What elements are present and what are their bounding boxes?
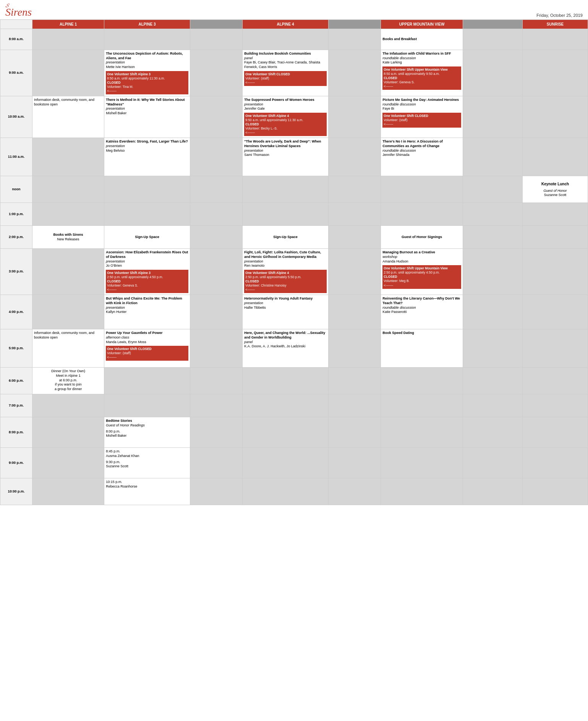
- time-1pm: 1:00 p.m.: [0, 203, 32, 226]
- cell-noon-gap1: [190, 176, 243, 203]
- time-6pm: 6:00 p.m.: [0, 368, 32, 394]
- cell-10am-alpine3: There is Method in It: Why We Tell Stori…: [104, 96, 190, 138]
- volunteer-10am-umv: One Volunteer Shift CLOSED Volunteer: (s…: [382, 113, 461, 128]
- cell-8pm-gap2: [328, 417, 381, 448]
- col-header-alpine1: ALPINE 1: [32, 20, 104, 29]
- cell-8pm-alpine4: [243, 417, 328, 448]
- cell-5pm-gap2: [328, 329, 381, 368]
- row-9am: 9:00 a.m. The Unconscious Depiction of A…: [0, 50, 588, 96]
- time-8pm: 8:00 p.m.: [0, 417, 32, 448]
- cell-4pm-alpine4: Heteronormativity in Young Adult Fantasy…: [243, 295, 328, 329]
- cell-noon-alpine1: [32, 176, 104, 203]
- cell-3pm-alpine1: [32, 249, 104, 295]
- cell-8am-sunrise: [523, 29, 588, 50]
- cell-2pm-gap1: [190, 226, 243, 249]
- cell-8pm-gap1: [190, 417, 243, 448]
- col-header-alpine3: ALPINE 3: [104, 20, 190, 29]
- event-katniss: Katniss Everdeen: Strong, Fast, Larger T…: [106, 139, 188, 153]
- cell-9pm-gap3: [463, 448, 522, 478]
- row-11am: 11:00 a.m. Katniss Everdeen: Strong, Fas…: [0, 138, 588, 176]
- time-4pm: 4:00 p.m.: [0, 295, 32, 329]
- cell-noon-sunrise: Keynote Lunch Guest of Honor Suzanne Sco…: [523, 176, 588, 203]
- cell-6pm-gap2: [328, 368, 381, 394]
- cell-8am-gap1: [190, 29, 243, 50]
- row-9pm: 9:00 p.m. 8:45 p.m. Ausma Zehanat Khan 9…: [0, 448, 588, 478]
- cell-6pm-umv: [381, 368, 463, 394]
- cell-8pm-alpine1: [32, 417, 104, 448]
- cell-4pm-gap3: [463, 295, 522, 329]
- col-header-umv: UPPER MOUNTAIN VIEW: [381, 20, 463, 29]
- cell-10pm-gap1: [190, 478, 243, 505]
- cell-5pm-umv: Book Speed Dating: [381, 329, 463, 368]
- event-ascension: Ascension: How Elizabeth Frankenstein Ri…: [106, 250, 188, 268]
- cell-4pm-gap2: [328, 295, 381, 329]
- time-2pm: 2:00 p.m.: [0, 226, 32, 249]
- cell-6pm-alpine1: Dinner (On Your Own) Meet in Alpine 1 at…: [32, 368, 104, 394]
- cell-10pm-sunrise: [523, 478, 588, 505]
- cell-4pm-alpine1: [32, 295, 104, 329]
- cell-3pm-umv: Managing Burnout as a Creative workshop …: [381, 249, 463, 295]
- cell-2pm-gap3: [463, 226, 522, 249]
- schedule-table: ALPINE 1 ALPINE 3 ALPINE 4 UPPER MOUNTAI…: [0, 19, 588, 505]
- event-building-bookish: Building Inclusive Bookish Communities p…: [244, 52, 326, 70]
- row-10am: 10:00 a.m. Information desk, community r…: [0, 96, 588, 138]
- volunteer-3pm-alpine3: One Volunteer Shift Alpine 3 2:50 p.m. u…: [106, 270, 188, 293]
- cell-7pm-alpine4: [243, 394, 328, 417]
- cell-10am-alpine4: The Suppressed Powers of Women Heroes pr…: [243, 96, 328, 138]
- cell-10pm-gap3: [463, 478, 522, 505]
- cell-11am-umv: There's No I in Hero: A Discussion of Co…: [381, 138, 463, 176]
- cell-1pm-alpine1: [32, 203, 104, 226]
- cell-2pm-umv: Guest of Honor Signings: [381, 226, 463, 249]
- row-4pm: 4:00 p.m. But Whips and Chains Excite Me…: [0, 295, 588, 329]
- cell-11am-gap3: [463, 138, 522, 176]
- cell-10am-umv: Picture Me Saving the Day: Animated Hero…: [381, 96, 463, 138]
- cell-5pm-alpine3: Power Up Your Gauntlets of Power afterno…: [104, 329, 190, 368]
- event-unconscious: The Unconscious Depiction of Autism: Rob…: [106, 52, 188, 70]
- cell-7pm-gap3: [463, 394, 522, 417]
- col-header-alpine4: ALPINE 4: [243, 20, 328, 29]
- event-bedtime-stories: Bedtime Stories Guest of Honor Readings …: [106, 419, 188, 438]
- time-10am: 10:00 a.m.: [0, 96, 32, 138]
- cell-7pm-gap2: [328, 394, 381, 417]
- cell-11am-alpine4: "The Woods are Lovely, Dark and Deep": W…: [243, 138, 328, 176]
- event-dinner: Dinner (On Your Own) Meet in Alpine 1 at…: [34, 369, 102, 391]
- event-suppressed-powers: The Suppressed Powers of Women Heroes pr…: [244, 98, 326, 111]
- cell-9am-umv: The Infatuation with Child Warriors in S…: [381, 50, 463, 96]
- cell-9pm-alpine3: 8:45 p.m. Ausma Zehanat Khan 9:30 p.m. S…: [104, 448, 190, 478]
- cell-4pm-alpine3: But Whips and Chains Excite Me: The Prob…: [104, 295, 190, 329]
- cell-9am-sunrise: [523, 50, 588, 96]
- info-desk-10am: Information desk, community room, and bo…: [34, 98, 102, 107]
- cell-8am-alpine1: [32, 29, 104, 50]
- cell-1pm-gap3: [463, 203, 522, 226]
- cell-5pm-alpine4: Here, Queer, and Changing the World: ...…: [243, 329, 328, 368]
- event-power-gauntlets: Power Up Your Gauntlets of Power afterno…: [106, 331, 188, 344]
- event-here-queer: Here, Queer, and Changing the World: ...…: [244, 331, 326, 349]
- cell-10pm-alpine4: [243, 478, 328, 505]
- cell-10pm-gap2: [328, 478, 381, 505]
- volunteer-3pm-umv: One Volunteer Shift Upper Mountain View …: [382, 265, 461, 288]
- cell-1pm-alpine3: [104, 203, 190, 226]
- cell-7pm-gap1: [190, 394, 243, 417]
- col-header-time: [0, 20, 32, 29]
- cell-8am-umv: Books and Breakfast: [381, 29, 463, 50]
- event-managing-burnout: Managing Burnout as a Creative workshop …: [382, 250, 461, 264]
- cell-8am-gap2: [328, 29, 381, 50]
- cell-10am-sunrise: [523, 96, 588, 138]
- cell-1pm-alpine4: [243, 203, 328, 226]
- cell-7pm-sunrise: [523, 394, 588, 417]
- cell-3pm-alpine4: Fight, Loli, Fight!: Lolita Fashion, Cut…: [243, 249, 328, 295]
- time-10pm: 10:00 p.m.: [0, 478, 32, 505]
- cell-10pm-alpine1: [32, 478, 104, 505]
- row-1pm: 1:00 p.m.: [0, 203, 588, 226]
- cell-10am-gap3: [463, 96, 522, 138]
- volunteer-9am-alpine4: One Volunteer Shift CLOSED Volunteer: (s…: [244, 71, 326, 86]
- cell-8am-alpine4: [243, 29, 328, 50]
- volunteer-9am-umv: One Volunteer Shift Upper Mountain View …: [382, 66, 461, 90]
- cell-6pm-alpine3: [104, 368, 190, 394]
- cell-9am-alpine1: [32, 50, 104, 96]
- cell-11am-alpine1: [32, 138, 104, 176]
- cell-2pm-sunrise: [523, 226, 588, 249]
- col-header-gap1: [190, 20, 243, 29]
- row-10pm: 10:00 p.m. 10:15 p.m. Rebecca Roanhorse: [0, 478, 588, 505]
- event-no-i-hero: There's No I in Hero: A Discussion of Co…: [382, 139, 461, 157]
